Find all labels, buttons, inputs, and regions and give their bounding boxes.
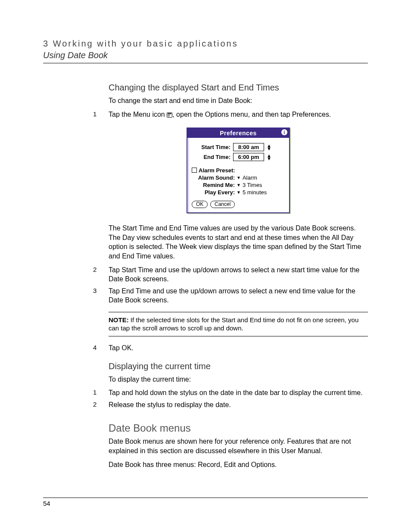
svg-rect-2 (168, 115, 170, 115)
alarm-sound-label: Alarm Sound: (192, 174, 237, 181)
dialog-title: Preferences (220, 130, 257, 137)
spinner-down-icon[interactable]: ▼ (267, 147, 271, 150)
heading-datebook-menus: Date Book menus (109, 422, 368, 434)
spinner-down-icon[interactable]: ▼ (267, 157, 271, 160)
alarm-preset-label: Alarm Preset: (199, 167, 235, 174)
end-time-spinner[interactable]: ▲ ▼ (267, 154, 271, 160)
explanation-text: The Start Time and End Time values are u… (109, 224, 368, 261)
intro-text: To change the start and end time in Date… (109, 96, 368, 106)
step-1-text-b: , open the Options menu, and then tap Pr… (172, 111, 331, 118)
end-time-label: End Time: (192, 154, 233, 160)
step-2: 2 Release the stylus to redisplay the da… (109, 400, 368, 410)
step-number: 2 (93, 265, 109, 284)
cancel-button[interactable]: Cancel (210, 201, 235, 208)
dropdown-icon[interactable]: ▼ (237, 190, 241, 195)
intro-text: To display the current time: (109, 375, 368, 384)
note-text: If the selected time slots for the Start… (109, 316, 358, 332)
svg-rect-3 (168, 116, 170, 116)
start-time-spinner[interactable]: ▲ ▼ (267, 144, 271, 150)
preferences-dialog: Preferences i Start Time: 8:00 am ▲ ▼ En… (187, 128, 290, 213)
chapter-title: 3 Working with your basic applications (43, 39, 368, 49)
menu-icon (167, 111, 172, 120)
step-1: 1 Tap the Menu icon , open the Options m… (109, 110, 368, 120)
remind-me-value[interactable]: 3 Times (243, 182, 262, 188)
step-number: 1 (93, 388, 109, 398)
step-text: Tap End Time and use the up/down arrows … (109, 286, 368, 305)
dropdown-icon[interactable]: ▼ (237, 183, 241, 187)
step-1: 1 Tap and hold down the stylus on the da… (109, 388, 368, 398)
play-every-label: Play Every: (192, 189, 237, 196)
manual-page: 3 Working with your basic applications U… (0, 0, 411, 532)
step-text: Tap Start Time and use the up/down arrow… (109, 265, 368, 284)
step-3: 3 Tap End Time and use the up/down arrow… (109, 286, 368, 305)
ok-button[interactable]: OK (192, 201, 208, 208)
info-icon[interactable]: i (281, 129, 287, 135)
preferences-screenshot: Preferences i Start Time: 8:00 am ▲ ▼ En… (109, 128, 368, 213)
step-number: 2 (93, 400, 109, 410)
svg-rect-1 (168, 113, 171, 114)
step-text: Tap the Menu icon , open the Options men… (109, 110, 368, 120)
step-text: Release the stylus to redisplay the date… (109, 400, 368, 410)
step-text: Tap OK. (109, 343, 368, 353)
alarm-sound-value[interactable]: Alarm (243, 174, 257, 181)
dropdown-icon[interactable]: ▼ (237, 175, 241, 180)
body-text: Date Book menus are shown here for your … (109, 437, 368, 455)
end-time-field[interactable]: 6:00 pm (233, 153, 264, 161)
step-1-text-a: Tap the Menu icon (109, 111, 167, 118)
page-number: 54 (43, 498, 368, 507)
remind-me-label: Remind Me: (192, 182, 237, 188)
step-number: 1 (93, 110, 109, 120)
alarm-preset-checkbox[interactable]: Alarm Preset: (192, 167, 285, 174)
step-text: Tap and hold down the stylus on the date… (109, 388, 368, 398)
step-4: 4 Tap OK. (109, 343, 368, 353)
play-every-value[interactable]: 5 minutes (243, 189, 267, 196)
step-number: 4 (93, 343, 109, 353)
start-time-label: Start Time: (192, 144, 233, 150)
section-title: Using Date Book (43, 50, 368, 63)
step-number: 3 (93, 286, 109, 305)
step-2: 2 Tap Start Time and use the up/down arr… (109, 265, 368, 284)
checkbox-icon[interactable] (192, 168, 197, 173)
body-text: Date Book has three menus: Record, Edit … (109, 460, 368, 470)
start-time-field[interactable]: 8:00 am (233, 143, 264, 151)
heading-start-end-times: Changing the displayed Start and End Tim… (109, 83, 368, 93)
dialog-titlebar: Preferences i (187, 128, 289, 138)
note-label: NOTE: (109, 316, 129, 324)
note-box: NOTE: If the selected time slots for the… (109, 312, 368, 336)
heading-current-time: Displaying the current time (109, 361, 368, 371)
